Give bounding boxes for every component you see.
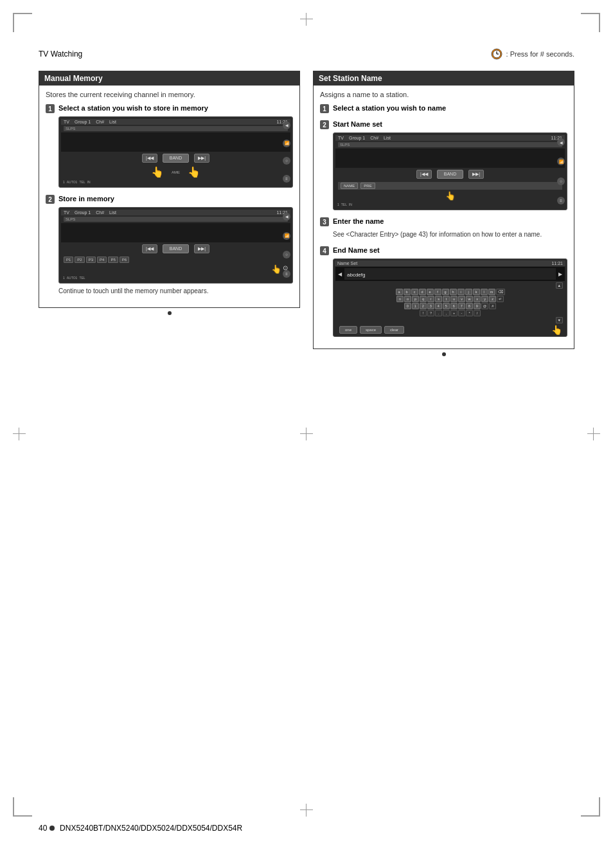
- crosshair-top: [300, 13, 313, 26]
- step-2-name-num: 2: [320, 120, 329, 129]
- key-e[interactable]: e: [427, 289, 434, 295]
- crosshair-center: [300, 428, 313, 440]
- hand-store-row: 👆 ⊙: [64, 264, 288, 274]
- tv-side-menu-2: ≡: [283, 270, 290, 278]
- nameset-clear-btn[interactable]: clear: [384, 326, 404, 334]
- key-b[interactable]: b: [404, 289, 411, 295]
- crosshair-left: [13, 428, 26, 440]
- key-r[interactable]: r: [427, 296, 434, 302]
- key-o[interactable]: o: [404, 296, 411, 302]
- tv-preset-row-2: P1 P2 P3 P4 P5 P6 👆 ⊙: [61, 255, 290, 275]
- key-8[interactable]: 8: [466, 303, 473, 309]
- key-sym3[interactable]: .: [435, 310, 442, 316]
- clock-icon: [491, 48, 502, 60]
- nameset-one-btn[interactable]: one: [339, 326, 357, 334]
- key-sym4[interactable]: ,: [443, 310, 450, 316]
- key-v[interactable]: v: [458, 296, 465, 302]
- key-7[interactable]: 7: [458, 303, 465, 309]
- key-t[interactable]: t: [443, 296, 450, 302]
- nameset-title-text: Name Set: [337, 261, 357, 266]
- tv-tel-1: TEL: [79, 180, 85, 184]
- key-0[interactable]: 0: [404, 303, 411, 309]
- key-sym1[interactable]: !: [420, 310, 427, 316]
- key-s[interactable]: s: [435, 296, 442, 302]
- key-h[interactable]: h: [450, 289, 457, 295]
- nameset-time: 11:21: [551, 261, 563, 266]
- step-1-store: 1 Select a station you wish to store in …: [46, 104, 293, 188]
- tv-in-1: IN: [87, 180, 91, 184]
- key-x[interactable]: x: [474, 296, 481, 302]
- corner-mark-tl: [13, 13, 32, 32]
- key-i[interactable]: i: [458, 289, 465, 295]
- key-c[interactable]: c: [411, 289, 418, 295]
- key-q[interactable]: q: [420, 296, 427, 302]
- key-y[interactable]: y: [481, 296, 488, 302]
- tv-bottom-bar-1: 1 AUTO1 TEL IN: [61, 179, 290, 185]
- nameset-space-btn[interactable]: space: [360, 326, 382, 334]
- hand-store: 👆: [271, 264, 281, 274]
- key-enter[interactable]: ↵: [497, 296, 504, 302]
- key-4[interactable]: 4: [435, 303, 442, 309]
- step-2-store: 2 Store in memory TV Group 1 Ch# List: [46, 194, 293, 296]
- key-p[interactable]: p: [412, 296, 419, 302]
- key-at[interactable]: @: [481, 303, 489, 309]
- header-instruction: : Press for # seconds.: [506, 50, 574, 58]
- key-sym6[interactable]: -: [458, 310, 465, 316]
- tv-main-3: SLPS |◀◀ BAND ▶▶| NAME: [335, 141, 565, 208]
- key-sym2[interactable]: ?: [427, 310, 434, 316]
- step-2-name-header: 2 Start Name set: [320, 120, 567, 129]
- tv-band-btn-1: BAND: [163, 154, 189, 163]
- key-m[interactable]: m: [488, 289, 495, 295]
- step-1-name-title: Select a station you wish to name: [333, 104, 446, 113]
- key-k[interactable]: k: [473, 289, 480, 295]
- tv-input-bar-3: SLPS: [338, 142, 562, 147]
- key-9[interactable]: 9: [474, 303, 481, 309]
- nameset-screen: Name Set 11:21 ◀ abcdefg ▶: [333, 258, 567, 337]
- key-j[interactable]: j: [465, 289, 472, 295]
- set-station-section: Set Station Name Assigns a name to a sta…: [313, 71, 574, 349]
- key-d[interactable]: d: [419, 289, 426, 295]
- preset-p2: P2: [75, 257, 84, 263]
- page-number: 40: [39, 824, 47, 833]
- key-2[interactable]: 2: [420, 303, 427, 309]
- nameset-keyboard: ▲ a b c d e f g h: [335, 282, 565, 325]
- step-1-header: 1 Select a station you wish to store in …: [46, 104, 293, 113]
- key-sym8[interactable]: /: [474, 310, 481, 316]
- key-g[interactable]: g: [442, 289, 449, 295]
- key-down[interactable]: ▼: [556, 317, 563, 323]
- page-footer: 40 DNX5240BT/DNX5240/DDX5024/DDX5054/DDX…: [39, 824, 574, 833]
- tv-body-2: SLPS |◀◀ BAND ▶▶| P1: [61, 215, 290, 281]
- step-4-name-title: End Name set: [333, 246, 380, 255]
- key-a[interactable]: a: [396, 289, 403, 295]
- key-f[interactable]: f: [434, 289, 441, 295]
- key-l[interactable]: l: [481, 289, 488, 295]
- key-u[interactable]: u: [450, 296, 458, 302]
- nameset-bottom-area: one space clear 👆: [338, 325, 562, 335]
- crosshair-bottom: [300, 804, 313, 817]
- manual-memory-content: Stores the current receiving channel in …: [39, 86, 299, 307]
- key-z[interactable]: z: [489, 296, 496, 302]
- preset-p5: P5: [108, 257, 118, 263]
- key-sym7[interactable]: *: [466, 310, 473, 316]
- key-1[interactable]: 1: [412, 303, 419, 309]
- tv-auto-1: AUTO1: [67, 180, 78, 184]
- key-5[interactable]: 5: [443, 303, 450, 309]
- key-sym5[interactable]: +: [450, 310, 458, 316]
- tv-auto-2: AUTO1: [67, 276, 78, 280]
- preset-p6: P6: [120, 257, 129, 263]
- key-n[interactable]: n: [396, 296, 404, 302]
- key-6[interactable]: 6: [450, 303, 458, 309]
- key-del[interactable]: ⌫: [496, 289, 505, 295]
- key-hash[interactable]: #: [489, 303, 496, 309]
- step-3-text: See <Character Entry> (page 43) for info…: [333, 230, 567, 239]
- step-2-name: 2 Start Name set TV Group 1 Ch# List: [320, 120, 567, 210]
- tv-side-o-1: ○: [283, 157, 290, 165]
- key-3[interactable]: 3: [427, 303, 434, 309]
- tv-list-2: List: [109, 210, 116, 215]
- key-w[interactable]: w: [466, 296, 473, 302]
- preset-p4: P4: [97, 257, 107, 263]
- key-up[interactable]: ▲: [556, 282, 563, 289]
- tv-screen-3: TV Group 1 Ch# List 11:21 SLPS: [333, 132, 567, 210]
- tv-label-3: TV: [338, 136, 344, 140]
- tv-input-bar-1: SLPS: [64, 126, 288, 131]
